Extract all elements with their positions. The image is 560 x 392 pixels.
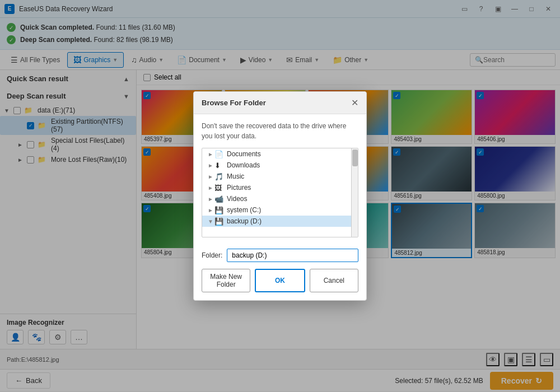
backup-d-icon: 💾 xyxy=(214,217,225,225)
dialog-title-bar: Browse For Folder ✕ xyxy=(194,92,366,114)
dialog-tree-downloads[interactable]: ► ⬇ Downloads xyxy=(202,160,351,171)
pictures-label: Pictures xyxy=(227,184,251,192)
dialog-tree-documents[interactable]: ► 📄 Documents xyxy=(202,148,351,160)
dialog-tree-backup-d[interactable]: ▼ 💾 backup (D:) xyxy=(202,216,351,227)
dialog-close-button[interactable]: ✕ xyxy=(351,97,358,108)
documents-expander: ► xyxy=(207,151,214,157)
downloads-expander: ► xyxy=(207,162,214,169)
dialog-tree-pictures[interactable]: ► 🖼 Pictures xyxy=(202,182,351,193)
dialog-overlay: Browse For Folder ✕ Don't save the recov… xyxy=(0,0,560,392)
documents-label: Documents xyxy=(227,150,261,158)
system-c-icon: 💾 xyxy=(214,206,225,214)
system-c-label: system (C:) xyxy=(227,206,261,214)
dialog-tree-music[interactable]: ► 🎵 Music xyxy=(202,171,351,182)
folder-input[interactable] xyxy=(227,249,358,262)
cancel-button[interactable]: Cancel xyxy=(310,269,358,292)
dialog-tree-scrollbar[interactable] xyxy=(351,148,358,237)
backup-d-label: backup (D:) xyxy=(227,217,262,225)
downloads-label: Downloads xyxy=(227,161,260,169)
system-c-expander: ► xyxy=(207,207,214,213)
downloads-folder-icon: ⬇ xyxy=(214,161,225,169)
dialog-tree-videos[interactable]: ► 📹 Videos xyxy=(202,193,351,204)
dialog-buttons: Make New Folder OK Cancel xyxy=(194,264,366,300)
browse-folder-dialog: Browse For Folder ✕ Don't save the recov… xyxy=(193,91,367,301)
ok-button[interactable]: OK xyxy=(255,269,305,292)
pictures-folder-icon: 🖼 xyxy=(214,184,225,192)
folder-label: Folder: xyxy=(202,251,222,259)
videos-label: Videos xyxy=(227,195,247,203)
dialog-warning: Don't save the recovered data to the dri… xyxy=(202,121,358,141)
dialog-tree-scrollbar-thumb[interactable] xyxy=(352,150,358,166)
backup-d-expander: ▼ xyxy=(207,218,214,225)
dialog-tree-system-c[interactable]: ► 💾 system (C:) xyxy=(202,204,351,216)
music-label: Music xyxy=(227,172,244,180)
music-folder-icon: 🎵 xyxy=(214,172,225,180)
music-expander: ► xyxy=(207,174,214,180)
dialog-title: Browse For Folder xyxy=(202,99,266,107)
make-new-folder-button[interactable]: Make New Folder xyxy=(202,269,250,292)
dialog-folder-row: Folder: xyxy=(194,244,366,264)
dialog-body: Don't save the recovered data to the dri… xyxy=(194,114,366,244)
dialog-folder-tree: ► 📄 Documents ► ⬇ Downloads ► 🎵 Music xyxy=(202,148,358,237)
videos-expander: ► xyxy=(207,196,214,202)
documents-folder-icon: 📄 xyxy=(214,150,225,158)
pictures-expander: ► xyxy=(207,185,214,191)
videos-folder-icon: 📹 xyxy=(214,195,225,203)
